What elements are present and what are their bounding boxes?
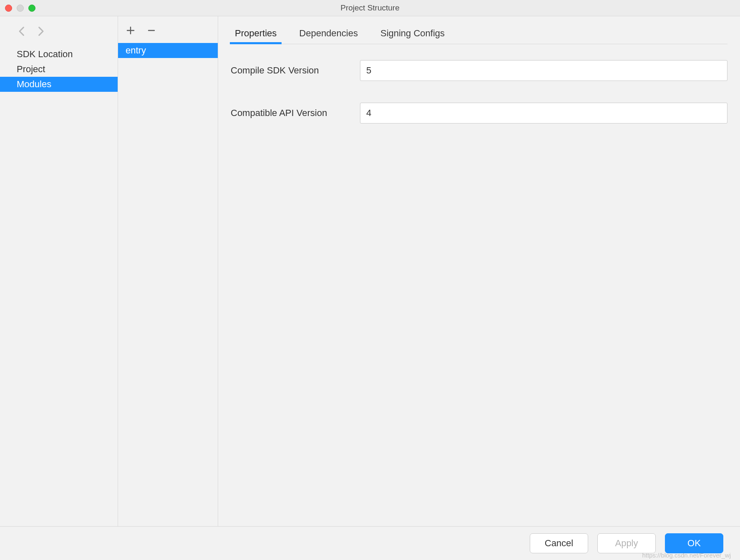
zoom-window-icon[interactable] <box>28 5 35 12</box>
sidebar-item-project[interactable]: Project <box>0 62 118 77</box>
dialog-footer: Cancel Apply OK https://blog.csdn.net/Fo… <box>0 526 740 560</box>
tabs: Properties Dependencies Signing Configs <box>231 22 727 44</box>
properties-form: Compile SDK Version Compatible API Versi… <box>231 44 727 145</box>
main-area: SDK Location Project Modules entry Prope… <box>0 16 740 526</box>
compatible-api-input[interactable] <box>360 103 727 124</box>
module-tools <box>118 22 218 43</box>
sidebar-item-label: SDK Location <box>17 49 73 59</box>
apply-button: Apply <box>597 533 656 553</box>
tab-label: Properties <box>235 28 277 38</box>
detail-panel: Properties Dependencies Signing Configs … <box>218 16 740 526</box>
ok-button[interactable]: OK <box>665 533 723 553</box>
compatible-api-row: Compatible API Version <box>231 103 727 124</box>
tab-label: Signing Configs <box>380 28 445 38</box>
minimize-window-icon <box>17 5 24 12</box>
compatible-api-label: Compatible API Version <box>231 108 360 119</box>
sidebar-item-label: Project <box>17 64 45 74</box>
module-item-label: entry <box>126 45 146 55</box>
window-title: Project Structure <box>340 3 400 12</box>
window-controls <box>5 0 35 16</box>
module-item-entry[interactable]: entry <box>118 43 218 58</box>
remove-module-icon[interactable] <box>146 25 156 35</box>
tab-properties[interactable]: Properties <box>233 28 278 44</box>
forward-icon[interactable] <box>34 25 46 39</box>
tab-dependencies[interactable]: Dependencies <box>297 28 360 44</box>
module-list: entry <box>118 16 218 526</box>
tab-signing-configs[interactable]: Signing Configs <box>379 28 446 44</box>
tab-label: Dependencies <box>299 28 358 38</box>
compile-sdk-label: Compile SDK Version <box>231 65 360 76</box>
close-window-icon[interactable] <box>5 5 12 12</box>
back-icon[interactable] <box>17 25 28 39</box>
add-module-icon[interactable] <box>126 25 136 35</box>
nav-arrows <box>0 22 118 47</box>
cancel-button[interactable]: Cancel <box>530 533 588 553</box>
sidebar-item-label: Modules <box>17 79 51 89</box>
sidebar: SDK Location Project Modules <box>0 16 118 526</box>
compile-sdk-input[interactable] <box>360 60 727 81</box>
title-bar: Project Structure <box>0 0 740 16</box>
compile-sdk-row: Compile SDK Version <box>231 60 727 81</box>
sidebar-item-sdk-location[interactable]: SDK Location <box>0 47 118 62</box>
sidebar-item-modules[interactable]: Modules <box>0 77 118 92</box>
